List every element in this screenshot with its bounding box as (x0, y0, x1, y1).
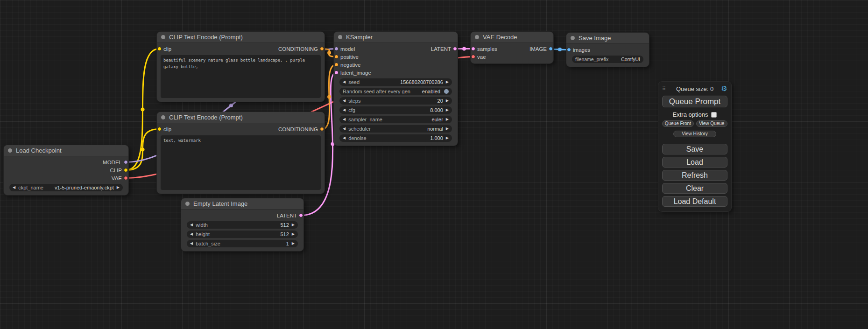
decrement-arrow-icon[interactable]: ◀ (190, 232, 193, 236)
node-clip-text-encode-negative[interactable]: CLIP Text Encode (Prompt) clip CONDITION… (157, 112, 325, 194)
input-slot-clip[interactable]: clip (163, 126, 171, 132)
clip-slot-dot[interactable] (157, 47, 162, 51)
output-slot-image[interactable]: IMAGE (529, 46, 547, 52)
decrement-arrow-icon[interactable]: ◀ (13, 186, 15, 189)
widget-seed[interactable]: ◀ seed 156680208700286 ▶ (339, 78, 452, 86)
increment-arrow-icon[interactable]: ▶ (446, 80, 449, 84)
input-slot-clip[interactable]: clip (163, 46, 171, 52)
decrement-arrow-icon[interactable]: ◀ (343, 99, 346, 103)
node-title-bar[interactable]: VAE Decode (471, 32, 553, 43)
output-slot-clip[interactable]: CLIP (4, 166, 128, 174)
clip-slot-dot[interactable] (157, 127, 162, 131)
latent-slot-dot[interactable] (334, 70, 339, 75)
load-button[interactable]: Load (662, 157, 727, 168)
collapse-dot-icon[interactable] (338, 35, 342, 39)
node-load-checkpoint[interactable]: Load Checkpoint MODEL CLIP VAE ◀ ckpt_na… (4, 145, 128, 195)
widget-steps[interactable]: ◀ steps 20 ▶ (339, 97, 452, 105)
input-slot-negative[interactable]: negative (334, 61, 458, 69)
input-slot-vae[interactable]: vae (471, 53, 553, 61)
widget-denoise[interactable]: ◀ denoise 1.000 ▶ (339, 134, 452, 142)
drag-handle-icon[interactable]: ⠿ (662, 86, 670, 92)
collapse-dot-icon[interactable] (8, 148, 12, 153)
decrement-arrow-icon[interactable]: ◀ (190, 223, 193, 227)
node-title-bar[interactable]: Empty Latent Image (181, 198, 303, 210)
extra-options-checkbox[interactable] (711, 112, 717, 118)
node-title-bar[interactable]: Save Image (566, 33, 649, 44)
latent-slot-dot[interactable] (471, 47, 475, 51)
view-queue-button[interactable]: View Queue (696, 120, 728, 127)
model-slot-dot[interactable] (334, 47, 339, 51)
widget-random-seed-toggle[interactable]: Random seed after every gen enabled (339, 88, 452, 95)
model-slot-dot[interactable] (124, 160, 128, 164)
decrement-arrow-icon[interactable]: ◀ (343, 118, 346, 121)
output-slot-vae[interactable]: VAE (4, 174, 128, 182)
increment-arrow-icon[interactable]: ▶ (446, 108, 449, 112)
settings-gear-icon[interactable]: ⚙ (720, 84, 727, 93)
collapse-dot-icon[interactable] (161, 35, 165, 39)
input-slot-samples[interactable]: samples (477, 46, 497, 52)
decrement-arrow-icon[interactable]: ◀ (343, 80, 346, 84)
refresh-button[interactable]: Refresh (662, 170, 727, 181)
image-slot-dot[interactable] (549, 47, 553, 51)
image-slot-dot[interactable] (567, 48, 571, 52)
collapse-dot-icon[interactable] (475, 35, 479, 39)
node-graph-canvas[interactable]: Load Checkpoint MODEL CLIP VAE ◀ ckpt_na… (0, 0, 868, 329)
queue-front-button[interactable]: Queue Front (662, 120, 694, 127)
increment-arrow-icon[interactable]: ▶ (292, 223, 295, 227)
collapse-dot-icon[interactable] (161, 115, 165, 119)
node-title-bar[interactable]: KSampler (334, 32, 458, 43)
node-title-bar[interactable]: CLIP Text Encode (Prompt) (157, 32, 325, 43)
widget-width[interactable]: ◀ width 512 ▶ (187, 221, 298, 229)
input-slot-positive[interactable]: positive (334, 53, 458, 61)
clear-button[interactable]: Clear (662, 183, 727, 194)
node-title-bar[interactable]: CLIP Text Encode (Prompt) (157, 112, 325, 123)
decrement-arrow-icon[interactable]: ◀ (343, 108, 346, 112)
output-slot-conditioning[interactable]: CONDITIONING (278, 126, 318, 132)
queue-prompt-button[interactable]: Queue Prompt (662, 96, 727, 107)
clip-slot-dot[interactable] (124, 168, 128, 172)
widget-filename-prefix[interactable]: filename_prefix ComfyUI (572, 56, 643, 63)
decrement-arrow-icon[interactable]: ◀ (343, 136, 346, 140)
increment-arrow-icon[interactable]: ▶ (446, 118, 449, 121)
node-clip-text-encode-positive[interactable]: CLIP Text Encode (Prompt) clip CONDITION… (157, 32, 325, 102)
latent-slot-dot[interactable] (453, 47, 457, 51)
node-title-bar[interactable]: Load Checkpoint (4, 145, 128, 156)
output-slot-conditioning[interactable]: CONDITIONING (278, 46, 318, 52)
input-slot-images[interactable]: images (566, 46, 649, 54)
input-slot-model[interactable]: model (340, 46, 355, 52)
widget-ckpt-name[interactable]: ◀ ckpt_name v1-5-pruned-emaonly.ckpt ▶ (9, 184, 123, 191)
output-slot-latent[interactable]: LATENT (431, 46, 451, 52)
widget-scheduler[interactable]: ◀ scheduler normal ▶ (339, 125, 452, 133)
decrement-arrow-icon[interactable]: ◀ (190, 242, 193, 245)
toggle-dot-icon[interactable] (444, 89, 449, 94)
widget-sampler-name[interactable]: ◀ sampler_name euler ▶ (339, 116, 452, 123)
load-default-button[interactable]: Load Default (662, 196, 727, 207)
increment-arrow-icon[interactable]: ▶ (117, 186, 120, 189)
node-ksampler[interactable]: KSampler model LATENT positive negative … (334, 32, 458, 146)
prompt-textarea[interactable]: beautiful scenery nature glass bottle la… (161, 55, 321, 98)
widget-batch-size[interactable]: ◀ batch_size 1 ▶ (187, 240, 298, 247)
conditioning-slot-dot[interactable] (334, 63, 339, 67)
output-slot-latent[interactable]: LATENT (181, 211, 303, 219)
view-history-button[interactable]: View History (673, 131, 716, 137)
collapse-dot-icon[interactable] (571, 36, 575, 40)
latent-slot-dot[interactable] (299, 213, 303, 217)
widget-cfg[interactable]: ◀ cfg 8.000 ▶ (339, 106, 452, 114)
node-vae-decode[interactable]: VAE Decode samples IMAGE vae (471, 32, 553, 63)
increment-arrow-icon[interactable]: ▶ (446, 127, 449, 131)
widget-height[interactable]: ◀ height 512 ▶ (187, 231, 298, 238)
output-slot-model[interactable]: MODEL (4, 158, 128, 166)
conditioning-slot-dot[interactable] (320, 47, 324, 51)
input-slot-latent-image[interactable]: latent_image (334, 69, 458, 77)
conditioning-slot-dot[interactable] (320, 127, 324, 131)
vae-slot-dot[interactable] (471, 55, 475, 59)
vae-slot-dot[interactable] (124, 176, 128, 180)
increment-arrow-icon[interactable]: ▶ (292, 232, 295, 236)
decrement-arrow-icon[interactable]: ◀ (343, 127, 346, 131)
save-button[interactable]: Save (662, 144, 727, 154)
increment-arrow-icon[interactable]: ▶ (292, 242, 295, 245)
prompt-textarea[interactable]: text, watermark (161, 135, 321, 190)
increment-arrow-icon[interactable]: ▶ (446, 99, 449, 103)
node-empty-latent-image[interactable]: Empty Latent Image LATENT ◀ width 512 ▶ … (181, 198, 303, 251)
collapse-dot-icon[interactable] (185, 202, 190, 206)
